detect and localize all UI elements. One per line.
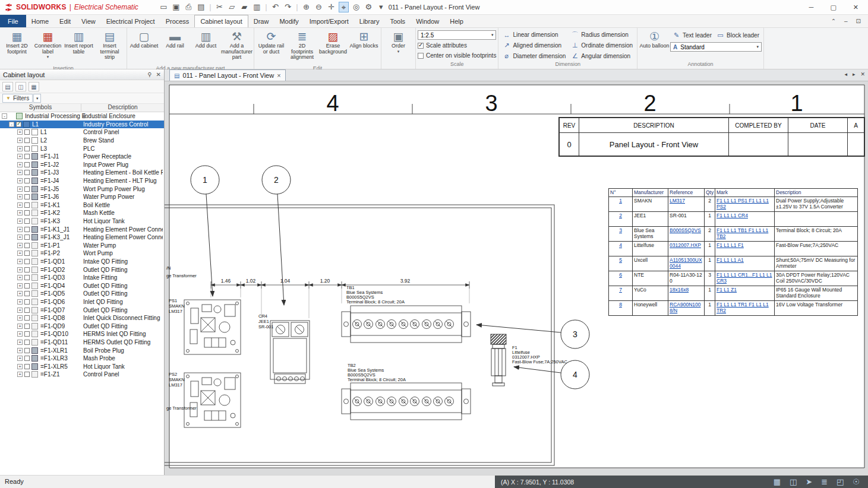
tree-checkbox[interactable]	[24, 315, 30, 321]
bom-mark-link[interactable]: F1 L1 L1 CR4	[717, 213, 748, 218]
bom-number-link[interactable]: 6	[619, 272, 622, 278]
tree-row[interactable]: + =F1-QD2 Outlet QD Fitting	[0, 265, 164, 274]
bom-number-link[interactable]: 8	[619, 302, 622, 308]
description-column-header[interactable]: Description	[81, 104, 164, 112]
tab-scroll-left-icon[interactable]: ◂	[844, 71, 847, 77]
pan-icon[interactable]: ✛	[326, 2, 336, 12]
menu-item[interactable]: Modify	[274, 15, 304, 27]
menu-item[interactable]: Edit	[54, 15, 76, 27]
expand-toggle[interactable]: +	[17, 291, 23, 296]
zoom-window-icon[interactable]: ◎	[351, 2, 361, 12]
expand-toggle[interactable]: +	[17, 210, 23, 216]
preview-icon[interactable]: ▤	[196, 2, 206, 12]
copy-icon[interactable]: ▱	[227, 2, 237, 12]
insert-terminal-strip[interactable]: ▤Insert terminal strip	[94, 28, 125, 65]
add-rail[interactable]: ▬Add rail	[160, 28, 190, 65]
expand-toggle[interactable]: +	[17, 275, 23, 280]
tree-checkbox[interactable]	[24, 178, 30, 183]
cut-icon[interactable]: ✂	[214, 2, 225, 12]
bom-mark-link[interactable]: F1 L1 L1 CR1...F1 L1 L1 CR3	[717, 272, 772, 284]
f1-footprint[interactable]	[491, 334, 506, 386]
tree-row[interactable]: + L3 PLC	[0, 144, 164, 153]
add-manufacturer-part[interactable]: ⚒Add a manufacturer part	[222, 28, 252, 65]
tree-row[interactable]: + =F1-QD1 Intake QD Fitting	[0, 258, 164, 266]
expand-toggle[interactable]: +	[17, 348, 23, 353]
bom-row[interactable]: 8 Honeywell RCA900N1008/N 1 F1 L1 L1 TR1…	[609, 301, 858, 316]
symbols-column-header[interactable]: Symbols	[0, 104, 81, 112]
tree-checkbox[interactable]	[24, 235, 30, 240]
help-badge-icon[interactable]: ⊡	[856, 18, 861, 24]
tab-scroll-right-icon[interactable]: ▸	[853, 71, 856, 77]
expand-toggle[interactable]: +	[17, 170, 23, 175]
menu-item[interactable]: View	[76, 15, 101, 27]
tree-row[interactable]: + =F1-XLR5 Hot Liquor Tank	[0, 362, 164, 370]
filters-caret-button[interactable]: ▾	[33, 94, 41, 103]
menu-item[interactable]: Process	[160, 15, 195, 27]
update-rail-or-duct[interactable]: ⟳Update rail or duct	[256, 28, 286, 65]
tree-row[interactable]: - Industrial Processing E... Industrial …	[0, 112, 164, 121]
tree-row[interactable]: + =F1-J1 Power Receptacle	[0, 153, 164, 161]
tree-row[interactable]: + =F1-QD8 Inlet Quick Disconnect Fitting	[0, 314, 164, 322]
bom-reference-link[interactable]: SR-001	[670, 213, 687, 218]
expand-toggle[interactable]: +	[17, 308, 23, 313]
more-icon[interactable]: ▾	[376, 2, 386, 12]
tree-row[interactable]: + =F1-Z1 Control Panel	[0, 370, 164, 379]
tree-row[interactable]: + =F1-P2 Wort Pump	[0, 249, 164, 258]
cr4-footprint[interactable]	[270, 321, 310, 384]
tree-row[interactable]: + =F1-QD3 Intake Fitting	[0, 274, 164, 282]
tree-row[interactable]: + =F1-J4 Heating Element - HLT Plug	[0, 177, 164, 185]
tree-checkbox[interactable]	[24, 227, 30, 232]
expand-toggle[interactable]: +	[17, 138, 23, 143]
paste-icon[interactable]: ▰	[239, 2, 250, 12]
tree-checkbox[interactable]	[24, 331, 30, 337]
tree-row[interactable]: + =F1-P1 Water Pump	[0, 242, 164, 250]
block-leader-button[interactable]: ▭Block leader	[714, 30, 762, 40]
settings-icon[interactable]: ⚙	[364, 2, 374, 12]
close-panel-icon[interactable]: ✕	[156, 71, 161, 78]
insert-report-table[interactable]: ▥Insert report table	[64, 28, 94, 65]
pin-panel-icon[interactable]: ⚲	[147, 71, 151, 78]
bom-reference-link[interactable]: A11051300UX0044	[670, 257, 702, 269]
bom-number-link[interactable]: 2	[619, 213, 622, 218]
tree-row[interactable]: + =F1-K3 Hot Liquor Tank	[0, 217, 164, 226]
list-view-icon[interactable]: ▤	[2, 82, 13, 91]
bom-mark-link[interactable]: F1 L1 L1 A1	[717, 257, 744, 263]
menu-item[interactable]: File	[0, 15, 26, 27]
radius-dimension[interactable]: ⌒Radius dimension	[569, 30, 635, 40]
expand-toggle[interactable]: -	[2, 113, 7, 119]
bom-number-link[interactable]: 5	[619, 257, 622, 263]
bom-row[interactable]: 6 NTE R04-11A30-120 3 F1 L1 L1 CR1...F1 …	[609, 271, 858, 286]
aligned-dimension[interactable]: ↗Aligned dimension	[500, 40, 568, 50]
tree-checkbox[interactable]	[24, 129, 30, 135]
expand-toggle[interactable]: +	[17, 259, 23, 264]
print-icon[interactable]: ⎙	[184, 2, 194, 12]
add-duct[interactable]: ▥Add duct	[191, 28, 221, 65]
bom-mark-link[interactable]: F1 L1 Z1	[717, 287, 737, 293]
expand-toggle[interactable]: +	[17, 129, 23, 135]
tab-close-icon[interactable]: ✕	[860, 71, 865, 77]
expand-toggle[interactable]: +	[17, 267, 23, 272]
expand-toggle[interactable]: +	[17, 356, 23, 361]
order[interactable]: ▣Order▾	[383, 28, 414, 61]
close-button[interactable]: ✕	[853, 4, 858, 11]
tree-checkbox[interactable]	[24, 194, 30, 199]
zoom-out-icon[interactable]: ⊖	[314, 2, 324, 12]
separator[interactable]: |	[264, 2, 268, 12]
undo-icon[interactable]: ↶	[270, 2, 280, 12]
expand-toggle[interactable]: +	[17, 154, 23, 159]
maximize-button[interactable]: ▢	[830, 4, 836, 11]
drawing-canvas[interactable]: 4 3 2 1	[165, 81, 868, 475]
bom-mark-link[interactable]: F1 L1 L1 TR1 F1 L1 L1 TR2	[717, 302, 769, 313]
separator[interactable]: |	[295, 2, 299, 12]
2d-footprints-alignment[interactable]: ≣2D footprints alignment	[287, 28, 317, 65]
expand-toggle[interactable]: +	[17, 186, 23, 192]
annotation-standard-select[interactable]: AStandard▾	[670, 42, 762, 52]
menu-item[interactable]: Electrical Project	[101, 15, 160, 27]
tree-checkbox[interactable]	[24, 267, 30, 272]
tree-row[interactable]: + =F1-J2 Input Power Plug	[0, 161, 164, 169]
menu-item[interactable]: Cabinet layout	[194, 15, 248, 27]
tree-checkbox[interactable]	[24, 348, 30, 353]
grid-icon[interactable]: ▦	[774, 477, 781, 486]
tree-row[interactable]: + =F1-J6 Water Pump Power	[0, 193, 164, 201]
collapse-ribbon-icon[interactable]: ⌃	[831, 18, 836, 24]
